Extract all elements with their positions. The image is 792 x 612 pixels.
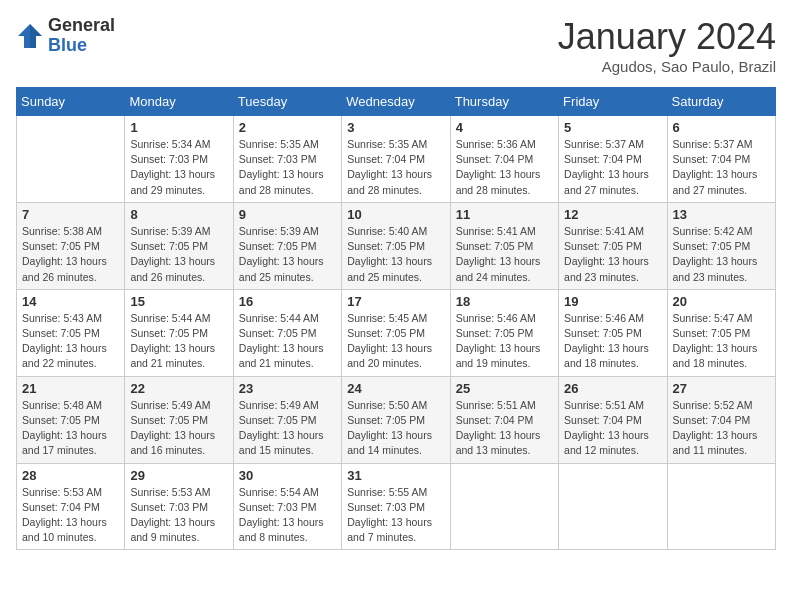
calendar-day-cell: 23Sunrise: 5:49 AMSunset: 7:05 PMDayligh… bbox=[233, 376, 341, 463]
day-number: 24 bbox=[347, 381, 444, 396]
location-subtitle: Agudos, Sao Paulo, Brazil bbox=[558, 58, 776, 75]
weekday-header: Friday bbox=[559, 88, 667, 116]
day-info: Sunrise: 5:52 AMSunset: 7:04 PMDaylight:… bbox=[673, 398, 770, 459]
day-info: Sunrise: 5:49 AMSunset: 7:05 PMDaylight:… bbox=[239, 398, 336, 459]
weekday-header: Sunday bbox=[17, 88, 125, 116]
logo-icon bbox=[16, 22, 44, 50]
calendar-week-row: 28Sunrise: 5:53 AMSunset: 7:04 PMDayligh… bbox=[17, 463, 776, 550]
day-number: 31 bbox=[347, 468, 444, 483]
calendar-day-cell: 2Sunrise: 5:35 AMSunset: 7:03 PMDaylight… bbox=[233, 116, 341, 203]
calendar-day-cell: 17Sunrise: 5:45 AMSunset: 7:05 PMDayligh… bbox=[342, 289, 450, 376]
calendar-day-cell: 8Sunrise: 5:39 AMSunset: 7:05 PMDaylight… bbox=[125, 202, 233, 289]
calendar-day-cell: 25Sunrise: 5:51 AMSunset: 7:04 PMDayligh… bbox=[450, 376, 558, 463]
day-info: Sunrise: 5:45 AMSunset: 7:05 PMDaylight:… bbox=[347, 311, 444, 372]
calendar-day-cell: 30Sunrise: 5:54 AMSunset: 7:03 PMDayligh… bbox=[233, 463, 341, 550]
weekday-header: Tuesday bbox=[233, 88, 341, 116]
calendar-day-cell: 27Sunrise: 5:52 AMSunset: 7:04 PMDayligh… bbox=[667, 376, 775, 463]
day-info: Sunrise: 5:46 AMSunset: 7:05 PMDaylight:… bbox=[564, 311, 661, 372]
page-header: General Blue January 2024 Agudos, Sao Pa… bbox=[16, 16, 776, 75]
day-info: Sunrise: 5:34 AMSunset: 7:03 PMDaylight:… bbox=[130, 137, 227, 198]
calendar-week-row: 7Sunrise: 5:38 AMSunset: 7:05 PMDaylight… bbox=[17, 202, 776, 289]
day-number: 11 bbox=[456, 207, 553, 222]
day-info: Sunrise: 5:50 AMSunset: 7:05 PMDaylight:… bbox=[347, 398, 444, 459]
calendar-day-cell: 15Sunrise: 5:44 AMSunset: 7:05 PMDayligh… bbox=[125, 289, 233, 376]
svg-marker-1 bbox=[30, 24, 42, 48]
calendar-day-cell: 6Sunrise: 5:37 AMSunset: 7:04 PMDaylight… bbox=[667, 116, 775, 203]
day-number: 3 bbox=[347, 120, 444, 135]
title-area: January 2024 Agudos, Sao Paulo, Brazil bbox=[558, 16, 776, 75]
calendar-week-row: 21Sunrise: 5:48 AMSunset: 7:05 PMDayligh… bbox=[17, 376, 776, 463]
day-number: 14 bbox=[22, 294, 119, 309]
day-info: Sunrise: 5:37 AMSunset: 7:04 PMDaylight:… bbox=[564, 137, 661, 198]
calendar-day-cell: 3Sunrise: 5:35 AMSunset: 7:04 PMDaylight… bbox=[342, 116, 450, 203]
day-number: 2 bbox=[239, 120, 336, 135]
day-info: Sunrise: 5:51 AMSunset: 7:04 PMDaylight:… bbox=[564, 398, 661, 459]
day-number: 21 bbox=[22, 381, 119, 396]
day-info: Sunrise: 5:51 AMSunset: 7:04 PMDaylight:… bbox=[456, 398, 553, 459]
calendar-day-cell: 19Sunrise: 5:46 AMSunset: 7:05 PMDayligh… bbox=[559, 289, 667, 376]
logo: General Blue bbox=[16, 16, 115, 56]
day-info: Sunrise: 5:35 AMSunset: 7:03 PMDaylight:… bbox=[239, 137, 336, 198]
calendar-week-row: 1Sunrise: 5:34 AMSunset: 7:03 PMDaylight… bbox=[17, 116, 776, 203]
day-info: Sunrise: 5:43 AMSunset: 7:05 PMDaylight:… bbox=[22, 311, 119, 372]
day-number: 22 bbox=[130, 381, 227, 396]
calendar-day-cell bbox=[559, 463, 667, 550]
day-info: Sunrise: 5:37 AMSunset: 7:04 PMDaylight:… bbox=[673, 137, 770, 198]
day-info: Sunrise: 5:41 AMSunset: 7:05 PMDaylight:… bbox=[564, 224, 661, 285]
day-number: 9 bbox=[239, 207, 336, 222]
weekday-header: Wednesday bbox=[342, 88, 450, 116]
calendar-day-cell: 26Sunrise: 5:51 AMSunset: 7:04 PMDayligh… bbox=[559, 376, 667, 463]
day-number: 19 bbox=[564, 294, 661, 309]
day-number: 4 bbox=[456, 120, 553, 135]
day-info: Sunrise: 5:55 AMSunset: 7:03 PMDaylight:… bbox=[347, 485, 444, 546]
day-info: Sunrise: 5:36 AMSunset: 7:04 PMDaylight:… bbox=[456, 137, 553, 198]
calendar-day-cell: 10Sunrise: 5:40 AMSunset: 7:05 PMDayligh… bbox=[342, 202, 450, 289]
logo-text: General Blue bbox=[48, 16, 115, 56]
calendar-day-cell: 1Sunrise: 5:34 AMSunset: 7:03 PMDaylight… bbox=[125, 116, 233, 203]
calendar-day-cell: 28Sunrise: 5:53 AMSunset: 7:04 PMDayligh… bbox=[17, 463, 125, 550]
day-number: 1 bbox=[130, 120, 227, 135]
day-number: 10 bbox=[347, 207, 444, 222]
calendar-day-cell: 13Sunrise: 5:42 AMSunset: 7:05 PMDayligh… bbox=[667, 202, 775, 289]
day-number: 13 bbox=[673, 207, 770, 222]
calendar-day-cell: 11Sunrise: 5:41 AMSunset: 7:05 PMDayligh… bbox=[450, 202, 558, 289]
day-number: 23 bbox=[239, 381, 336, 396]
calendar-day-cell: 31Sunrise: 5:55 AMSunset: 7:03 PMDayligh… bbox=[342, 463, 450, 550]
day-info: Sunrise: 5:35 AMSunset: 7:04 PMDaylight:… bbox=[347, 137, 444, 198]
day-number: 27 bbox=[673, 381, 770, 396]
calendar-day-cell: 22Sunrise: 5:49 AMSunset: 7:05 PMDayligh… bbox=[125, 376, 233, 463]
day-info: Sunrise: 5:39 AMSunset: 7:05 PMDaylight:… bbox=[130, 224, 227, 285]
calendar-day-cell: 14Sunrise: 5:43 AMSunset: 7:05 PMDayligh… bbox=[17, 289, 125, 376]
day-info: Sunrise: 5:44 AMSunset: 7:05 PMDaylight:… bbox=[239, 311, 336, 372]
weekday-header: Thursday bbox=[450, 88, 558, 116]
day-info: Sunrise: 5:40 AMSunset: 7:05 PMDaylight:… bbox=[347, 224, 444, 285]
day-number: 30 bbox=[239, 468, 336, 483]
day-info: Sunrise: 5:38 AMSunset: 7:05 PMDaylight:… bbox=[22, 224, 119, 285]
day-number: 29 bbox=[130, 468, 227, 483]
day-number: 26 bbox=[564, 381, 661, 396]
day-number: 15 bbox=[130, 294, 227, 309]
day-info: Sunrise: 5:44 AMSunset: 7:05 PMDaylight:… bbox=[130, 311, 227, 372]
calendar-day-cell bbox=[450, 463, 558, 550]
day-number: 7 bbox=[22, 207, 119, 222]
calendar-day-cell: 16Sunrise: 5:44 AMSunset: 7:05 PMDayligh… bbox=[233, 289, 341, 376]
day-number: 12 bbox=[564, 207, 661, 222]
day-info: Sunrise: 5:41 AMSunset: 7:05 PMDaylight:… bbox=[456, 224, 553, 285]
calendar-day-cell: 24Sunrise: 5:50 AMSunset: 7:05 PMDayligh… bbox=[342, 376, 450, 463]
weekday-header: Saturday bbox=[667, 88, 775, 116]
calendar-day-cell: 29Sunrise: 5:53 AMSunset: 7:03 PMDayligh… bbox=[125, 463, 233, 550]
calendar-day-cell: 18Sunrise: 5:46 AMSunset: 7:05 PMDayligh… bbox=[450, 289, 558, 376]
calendar-day-cell: 9Sunrise: 5:39 AMSunset: 7:05 PMDaylight… bbox=[233, 202, 341, 289]
day-number: 18 bbox=[456, 294, 553, 309]
calendar-day-cell: 21Sunrise: 5:48 AMSunset: 7:05 PMDayligh… bbox=[17, 376, 125, 463]
day-info: Sunrise: 5:49 AMSunset: 7:05 PMDaylight:… bbox=[130, 398, 227, 459]
calendar-week-row: 14Sunrise: 5:43 AMSunset: 7:05 PMDayligh… bbox=[17, 289, 776, 376]
day-info: Sunrise: 5:53 AMSunset: 7:03 PMDaylight:… bbox=[130, 485, 227, 546]
day-number: 5 bbox=[564, 120, 661, 135]
day-info: Sunrise: 5:46 AMSunset: 7:05 PMDaylight:… bbox=[456, 311, 553, 372]
calendar-day-cell: 4Sunrise: 5:36 AMSunset: 7:04 PMDaylight… bbox=[450, 116, 558, 203]
day-info: Sunrise: 5:47 AMSunset: 7:05 PMDaylight:… bbox=[673, 311, 770, 372]
calendar-day-cell bbox=[667, 463, 775, 550]
day-info: Sunrise: 5:42 AMSunset: 7:05 PMDaylight:… bbox=[673, 224, 770, 285]
day-number: 20 bbox=[673, 294, 770, 309]
